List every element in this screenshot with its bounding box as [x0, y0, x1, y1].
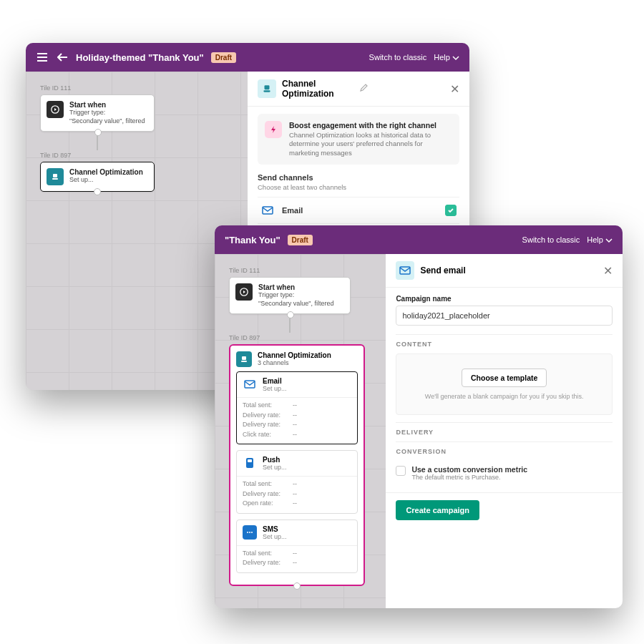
page-title: "Thank You" — [225, 235, 280, 245]
menu-icon[interactable] — [36, 51, 49, 64]
checkbox-icon[interactable] — [396, 466, 406, 476]
campaign-name-input[interactable] — [396, 306, 613, 326]
spark-icon — [265, 121, 282, 138]
switch-classic-link[interactable]: Switch to classic — [522, 235, 580, 244]
close-icon[interactable]: ✕ — [450, 82, 459, 96]
svg-point-18 — [249, 532, 250, 533]
panel-title: Channel Optimization — [282, 79, 353, 99]
stats: Total sent:-- Delivery rate:-- Delivery … — [237, 397, 357, 444]
svg-rect-3 — [265, 85, 270, 89]
send-channels-heading: Send channels — [258, 173, 459, 182]
channel-card-sms[interactable]: SMS Set up... Total sent:-- Delivery rat… — [236, 519, 358, 573]
email-icon — [243, 377, 257, 391]
push-icon — [243, 456, 257, 470]
tile-id-label: Tile ID 897 — [229, 334, 371, 341]
trigger-tile[interactable]: Start when Trigger type: "Secondary valu… — [40, 94, 155, 132]
channel-optimization-tile[interactable]: Channel Optimization Set up... — [40, 162, 155, 192]
svg-rect-1 — [53, 174, 57, 177]
content-section-heading: CONTENT — [396, 334, 613, 353]
channel-icon — [236, 351, 252, 367]
campaign-builder-window-front: "Thank You" Draft Switch to classic Help… — [215, 225, 623, 608]
svg-rect-16 — [248, 459, 252, 462]
topbar: "Thank You" Draft Switch to classic Help — [215, 225, 623, 254]
connector — [289, 314, 291, 333]
email-icon — [260, 203, 275, 218]
panel-title: Send email — [420, 265, 597, 275]
tile-id-label: Tile ID 111 — [40, 84, 233, 92]
template-picker: Choose a template We'll generate a blank… — [396, 353, 613, 415]
channel-row-email[interactable]: Email — [258, 197, 459, 223]
svg-rect-5 — [263, 207, 273, 214]
svg-rect-2 — [52, 178, 58, 180]
delivery-section-heading: DELIVERY — [396, 422, 613, 441]
flow-canvas[interactable]: Tile ID 111 Start when Trigger type: "Se… — [215, 254, 386, 608]
topbar: Holiday-themed "Thank You" Draft Switch … — [26, 43, 469, 72]
trigger-tile[interactable]: Start when Trigger type: "Secondary valu… — [229, 277, 351, 314]
tile-id-label: Tile ID 111 — [229, 267, 371, 274]
tile-id-label: Tile ID 897 — [40, 152, 233, 159]
svg-rect-20 — [400, 267, 410, 274]
channel-card-email[interactable]: Email Set up... Total sent:-- Delivery r… — [236, 371, 358, 444]
channel-icon — [47, 168, 64, 185]
channel-icon — [258, 79, 276, 98]
stats: Total sent:-- Delivery rate:-- — [237, 545, 357, 572]
svg-rect-14 — [245, 381, 255, 388]
choose-template-button[interactable]: Choose a template — [462, 369, 547, 387]
stats: Total sent:-- Delivery rate:-- Open rate… — [237, 476, 357, 513]
back-icon[interactable] — [56, 51, 69, 64]
edit-icon[interactable] — [359, 82, 368, 95]
checkbox-icon[interactable] — [445, 205, 457, 216]
send-email-panel: Send email ✕ Campaign name CONTENT Choos… — [386, 254, 623, 608]
sms-icon — [243, 525, 257, 540]
email-icon — [396, 261, 414, 280]
status-badge: Draft — [288, 235, 313, 245]
custom-metric-checkbox[interactable]: Use a custom conversion metric The defau… — [396, 461, 613, 485]
connector — [97, 132, 98, 150]
svg-point-19 — [251, 532, 253, 533]
conversion-section-heading: CONVERSION — [396, 441, 613, 461]
play-icon — [47, 101, 64, 118]
svg-point-17 — [247, 532, 248, 533]
play-icon — [235, 283, 253, 301]
add-node-handle[interactable] — [293, 582, 301, 590]
info-card: Boost engagement with the right channel … — [258, 114, 459, 165]
help-menu[interactable]: Help — [434, 53, 459, 62]
status-badge: Draft — [211, 52, 236, 63]
help-menu[interactable]: Help — [587, 235, 613, 244]
svg-rect-13 — [241, 361, 247, 362]
create-campaign-button[interactable]: Create campaign — [396, 500, 479, 520]
add-node-handle[interactable] — [94, 188, 101, 195]
svg-rect-12 — [242, 356, 246, 360]
campaign-name-label: Campaign name — [396, 295, 613, 303]
channel-optimization-tile[interactable]: Channel Optimization 3 channels Email Se… — [229, 344, 365, 586]
switch-classic-link[interactable]: Switch to classic — [369, 53, 427, 62]
svg-rect-4 — [263, 90, 270, 92]
channel-card-push[interactable]: Push Set up... Total sent:-- Delivery ra… — [236, 450, 358, 514]
page-title: Holiday-themed "Thank You" — [76, 52, 204, 63]
close-icon[interactable]: ✕ — [603, 264, 613, 278]
